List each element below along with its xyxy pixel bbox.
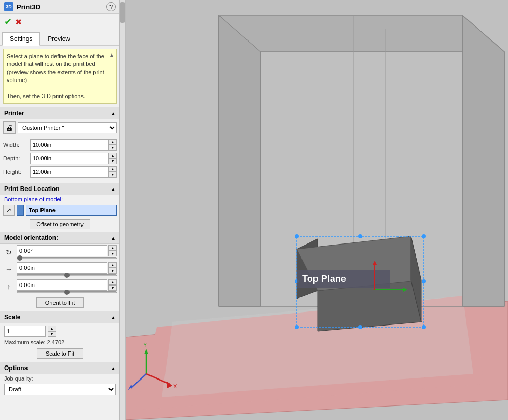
options-section-label: Options — [4, 364, 28, 372]
svg-marker-7 — [219, 16, 260, 306]
options-chevron-icon: ▲ — [111, 365, 116, 371]
bed-blue-indicator — [17, 205, 24, 216]
height-label: Height: — [3, 169, 30, 175]
scale-input-row: ▲ ▼ — [0, 323, 120, 339]
offset-geometry-button[interactable]: Offset to geometry — [30, 219, 90, 229]
orientation-section-header[interactable]: Model orientation: ▲ — [0, 232, 120, 244]
y-slider-wrap: ▲ ▼ — [17, 279, 117, 293]
printer-select[interactable]: Custom Printer " — [18, 122, 117, 133]
svg-point-21 — [295, 234, 299, 238]
bottom-plane-label: Bottom plane of model: — [0, 195, 120, 204]
scale-section-header[interactable]: Scale ▲ — [0, 311, 120, 323]
width-row: Width: ▲ ▼ — [3, 139, 117, 151]
angle-row: ↻ ▲ ▼ — [0, 244, 120, 260]
action-row: ✔ ✖ — [0, 14, 120, 30]
width-input-wrap: ▲ ▼ — [30, 139, 117, 151]
svg-point-24 — [422, 325, 426, 329]
printer-row: 🖨 Custom Printer " — [0, 119, 120, 136]
angle-slider[interactable] — [17, 257, 117, 259]
angle-slider-wrap: ▲ ▼ — [17, 245, 117, 259]
tab-settings[interactable]: Settings — [2, 32, 40, 46]
x-offset-slider[interactable] — [17, 274, 117, 276]
y-arrow-icon: ↑ — [3, 281, 15, 292]
print-bed-chevron-icon: ▲ — [111, 186, 116, 192]
depth-label: Depth: — [3, 155, 30, 161]
y-offset-input[interactable] — [17, 279, 107, 291]
confirm-button[interactable]: ✔ — [4, 16, 12, 28]
width-up-button[interactable]: ▲ — [108, 139, 117, 145]
svg-point-22 — [422, 234, 426, 238]
app-title: Print3D — [17, 3, 40, 11]
mid-scrollbar[interactable] — [119, 0, 126, 420]
x-spinner: ▲ ▼ — [108, 262, 117, 274]
angle-spinner: ▲ ▼ — [108, 245, 117, 256]
depth-input[interactable] — [30, 153, 108, 164]
y-spinner: ▲ ▼ — [108, 279, 117, 291]
svg-point-26 — [358, 325, 362, 329]
y-up-button[interactable]: ▲ — [108, 279, 117, 285]
top-plane-input[interactable] — [26, 205, 117, 216]
svg-point-28 — [422, 279, 426, 283]
y-offset-slider[interactable] — [17, 291, 117, 293]
print3d-icon: 3D — [4, 2, 13, 11]
depth-spinner: ▲ ▼ — [108, 153, 117, 164]
x-arrow-icon: → — [3, 264, 15, 275]
quality-label: Job quality: — [0, 374, 120, 383]
instruction-text2: Then, set the 3-D print options. — [7, 93, 85, 99]
x-offset-row: → ▲ ▼ — [0, 261, 120, 277]
depth-up-button[interactable]: ▲ — [108, 153, 117, 158]
quality-select[interactable]: Draft Medium High — [4, 384, 116, 395]
depth-down-button[interactable]: ▼ — [108, 158, 117, 164]
svg-text:X: X — [173, 383, 177, 389]
y-input-row: ▲ ▼ — [17, 279, 117, 291]
scale-chevron-icon: ▲ — [111, 315, 116, 320]
viewport: Top Plane Y X — [120, 0, 508, 420]
width-label: Width: — [3, 142, 30, 148]
scroll-thumb — [120, 2, 125, 23]
width-input[interactable] — [30, 139, 108, 151]
height-spinner: ▲ ▼ — [108, 166, 117, 178]
help-button[interactable]: ? — [106, 2, 116, 11]
width-down-button[interactable]: ▼ — [108, 145, 117, 151]
printer-icon: 🖨 — [3, 121, 16, 134]
x-up-button[interactable]: ▲ — [108, 262, 117, 268]
height-down-button[interactable]: ▼ — [108, 172, 117, 178]
scale-spinner: ▲ ▼ — [48, 326, 56, 337]
x-slider-wrap: ▲ ▼ — [17, 262, 117, 276]
max-scale-text: Maximum scale: 2.4702 — [0, 339, 120, 347]
scale-to-fit-button[interactable]: Scale to Fit — [37, 348, 83, 359]
tabs-row: Settings Preview — [0, 30, 120, 46]
bed-select-button[interactable]: ↗ — [3, 205, 15, 216]
printer-dimensions: Width: ▲ ▼ Depth: ▲ ▼ Height: — [0, 136, 120, 183]
printer-section-header[interactable]: Printer ▲ — [0, 107, 120, 119]
svg-marker-4 — [219, 16, 504, 52]
angle-input[interactable] — [17, 245, 107, 256]
scale-up-button[interactable]: ▲ — [48, 326, 56, 331]
print-bed-section-header[interactable]: Print Bed Location ▲ — [0, 183, 120, 195]
scale-down-button[interactable]: ▼ — [48, 331, 56, 337]
svg-text:Y: Y — [143, 342, 147, 348]
collapse-instruction-button[interactable]: ▲ — [109, 51, 114, 59]
height-row: Height: ▲ ▼ — [3, 166, 117, 178]
depth-input-wrap: ▲ ▼ — [30, 153, 117, 164]
quality-row: Draft Medium High — [0, 383, 120, 396]
angle-input-row: ▲ ▼ — [17, 245, 117, 256]
height-input[interactable] — [30, 166, 108, 178]
print-bed-section-label: Print Bed Location — [4, 185, 60, 193]
svg-point-25 — [358, 234, 362, 238]
angle-up-button[interactable]: ▲ — [108, 245, 117, 251]
height-up-button[interactable]: ▲ — [108, 166, 117, 172]
x-offset-input[interactable] — [17, 262, 107, 274]
orient-to-fit-button[interactable]: Orient to Fit — [36, 297, 84, 308]
tab-preview[interactable]: Preview — [40, 32, 78, 45]
options-section-header[interactable]: Options ▲ — [0, 362, 120, 374]
left-panel: 3D Print3D ? ✔ ✖ Settings Preview Select… — [0, 0, 120, 420]
scale-input[interactable] — [4, 326, 46, 337]
instruction-box: Select a plane to define the face of the… — [3, 49, 117, 104]
orientation-chevron-icon: ▲ — [111, 235, 116, 241]
orientation-section-label: Model orientation: — [4, 234, 58, 241]
cancel-button[interactable]: ✖ — [15, 17, 22, 27]
height-input-wrap: ▲ ▼ — [30, 166, 117, 178]
y-offset-row: ↑ ▲ ▼ — [0, 278, 120, 294]
rotate-icon: ↻ — [3, 247, 15, 258]
